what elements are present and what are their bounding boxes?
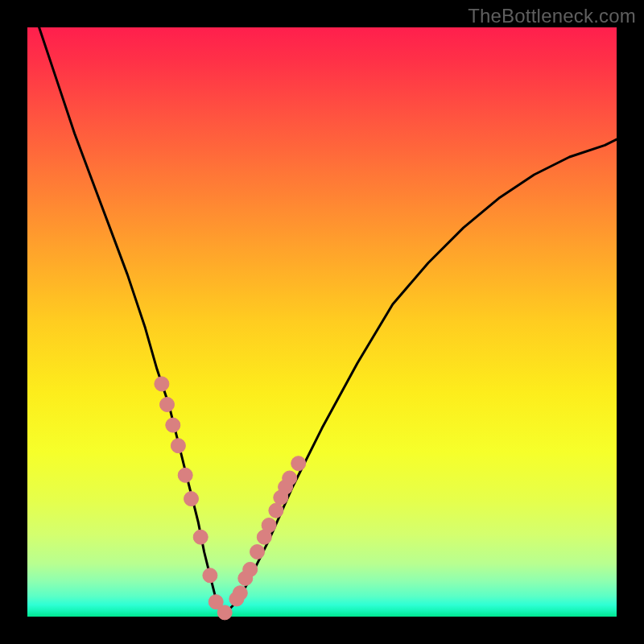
svg-point-5 (184, 492, 199, 506)
svg-point-14 (250, 545, 265, 559)
svg-point-4 (178, 468, 192, 482)
svg-point-1 (160, 398, 175, 412)
chart-container: TheBottleneck.com (0, 0, 644, 644)
svg-point-16 (262, 518, 276, 533)
bottleneck-curve (39, 27, 617, 611)
svg-point-11 (233, 586, 247, 601)
svg-point-21 (291, 456, 306, 471)
svg-point-0 (155, 377, 169, 391)
svg-point-7 (203, 568, 217, 583)
plot-area (27, 27, 617, 617)
svg-point-17 (269, 503, 283, 518)
svg-point-6 (193, 530, 208, 544)
svg-point-13 (243, 562, 258, 576)
watermark-text: TheBottleneck.com (468, 5, 636, 27)
svg-point-9 (217, 605, 232, 620)
marker-cluster-left (155, 377, 232, 620)
svg-point-2 (166, 418, 180, 432)
marker-cluster-right (229, 456, 306, 606)
svg-point-3 (171, 439, 185, 453)
curve-layer (27, 27, 617, 617)
svg-point-20 (283, 471, 297, 485)
